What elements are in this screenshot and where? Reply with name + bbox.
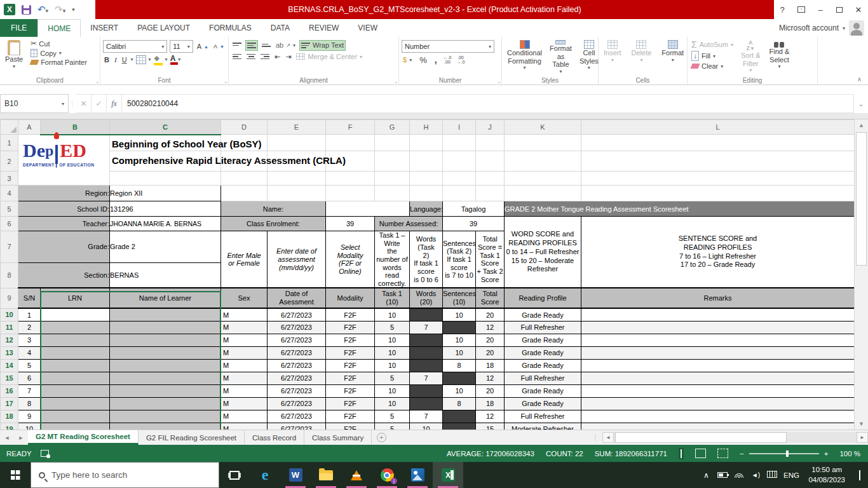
- header-task1[interactable]: Task 1 (10): [375, 288, 410, 308]
- delete-cells-button[interactable]: Delete▾: [629, 39, 654, 76]
- cell-sn[interactable]: 9: [18, 410, 41, 423]
- cell-sentences[interactable]: [443, 321, 476, 334]
- cell-date[interactable]: 6/27/2023: [268, 423, 326, 430]
- cell[interactable]: [476, 186, 505, 201]
- cell-sentences-instruction[interactable]: Sentences (Task 2) If task 1 score is 7 …: [443, 231, 476, 288]
- collapse-ribbon-icon[interactable]: ∧: [857, 76, 862, 83]
- cell[interactable]: [410, 186, 443, 201]
- cell-profile[interactable]: Grade Ready: [505, 359, 581, 372]
- sheet-tab[interactable]: G2 FIL Reading Scoresheet: [139, 430, 245, 445]
- cell-total[interactable]: 20: [476, 346, 505, 359]
- paste-button[interactable]: Paste ▾: [3, 39, 25, 71]
- cell-words[interactable]: [410, 346, 443, 359]
- column-header[interactable]: D: [221, 120, 268, 135]
- cell-learner-name[interactable]: [110, 346, 221, 359]
- ribbon-tab[interactable]: DATA: [261, 19, 299, 37]
- ribbon-tab[interactable]: HOME: [37, 19, 81, 37]
- cell-lrn[interactable]: [41, 334, 110, 346]
- sheet-nav-left-icon[interactable]: ◄: [0, 430, 14, 445]
- ribbon-tab[interactable]: VIEW: [348, 19, 387, 37]
- row-header[interactable]: 18: [1, 410, 18, 423]
- cell-profile[interactable]: Full Refresher: [505, 372, 581, 384]
- cell-lrn[interactable]: [41, 423, 110, 430]
- record-macro-icon[interactable]: [41, 450, 49, 457]
- insert-cells-button[interactable]: Insert▾: [601, 39, 624, 76]
- row-header[interactable]: 14: [1, 359, 18, 372]
- excel-taskbar-button[interactable]: X: [433, 462, 463, 488]
- cell-remarks[interactable]: [581, 397, 855, 410]
- cell-learner-name[interactable]: [110, 423, 221, 430]
- ribbon-tab[interactable]: PAGE LAYOUT: [128, 19, 200, 37]
- cell-sentence-score-note[interactable]: SENTENCE SCORE and READING PROFILES 7 to…: [581, 217, 855, 288]
- cell-sn[interactable]: 10: [18, 423, 41, 430]
- cell-lrn[interactable]: [41, 359, 110, 372]
- header-sex[interactable]: Sex: [221, 288, 268, 308]
- cell-sn[interactable]: 1: [18, 308, 41, 321]
- name-box[interactable]: B10▾: [0, 94, 69, 113]
- chrome-button[interactable]: j: [372, 462, 402, 488]
- cell-sn[interactable]: 6: [18, 372, 41, 384]
- column-header[interactable]: I: [443, 120, 476, 135]
- taskbar-search[interactable]: [31, 462, 219, 488]
- increase-decimal-icon[interactable]: ←.0.00: [444, 55, 452, 64]
- header-remarks[interactable]: Remarks: [581, 288, 855, 308]
- cell[interactable]: [443, 151, 476, 172]
- column-header[interactable]: A: [18, 120, 41, 135]
- italic-button[interactable]: I: [113, 55, 118, 64]
- expand-formula-bar-icon[interactable]: ⌄: [854, 94, 868, 113]
- battery-icon[interactable]: [714, 471, 731, 480]
- header-sentences[interactable]: Sentences (10): [443, 288, 476, 308]
- cell-words[interactable]: [410, 308, 443, 321]
- photos-button[interactable]: [402, 462, 433, 488]
- cell-profile[interactable]: Full Refresher: [505, 410, 581, 423]
- cell-name-value[interactable]: [326, 201, 410, 217]
- column-header[interactable]: C: [110, 120, 221, 135]
- cell-sex[interactable]: M: [221, 346, 268, 359]
- vlc-button[interactable]: [341, 462, 372, 488]
- font-size-select[interactable]: 11▾: [170, 40, 193, 53]
- search-input[interactable]: [51, 470, 198, 480]
- row-header[interactable]: 8: [1, 262, 18, 288]
- header-total[interactable]: Total Score: [476, 288, 505, 308]
- cell-words[interactable]: [410, 359, 443, 372]
- orientation-icon[interactable]: ab↗▾: [275, 41, 297, 50]
- wifi-icon[interactable]: [731, 470, 747, 480]
- cell[interactable]: [110, 172, 221, 186]
- decrease-decimal-icon[interactable]: .00→.0: [456, 55, 465, 64]
- cell-language-value[interactable]: Tagalog: [443, 201, 505, 217]
- cell[interactable]: [476, 151, 505, 172]
- cell-task1[interactable]: 5: [375, 423, 410, 430]
- cell-modality[interactable]: F2F: [326, 384, 375, 397]
- cell-words[interactable]: 7: [410, 410, 443, 423]
- cell-teacher-label[interactable]: Teacher:: [18, 217, 110, 231]
- cell-grade-label[interactable]: Grade:: [18, 231, 110, 263]
- cell-school-id-value[interactable]: 131296: [110, 201, 221, 217]
- header-lrn[interactable]: LRN: [41, 288, 110, 308]
- header-name[interactable]: Name of Learner: [110, 288, 221, 308]
- cell-learner-name[interactable]: [110, 384, 221, 397]
- cell-profile[interactable]: Grade Ready: [505, 397, 581, 410]
- header-profile[interactable]: Reading Profile: [505, 288, 581, 308]
- minimize-icon[interactable]: –: [811, 0, 830, 19]
- cell-modality[interactable]: F2F: [326, 346, 375, 359]
- insert-function-icon[interactable]: fx: [107, 94, 122, 113]
- edge-button[interactable]: e: [250, 462, 280, 488]
- header-words[interactable]: Words (20): [410, 288, 443, 308]
- cell-sentences[interactable]: 10: [443, 334, 476, 346]
- cell-task1[interactable]: 5: [375, 372, 410, 384]
- cell-sn[interactable]: 3: [18, 334, 41, 346]
- ribbon-tab[interactable]: FORMULAS: [200, 19, 261, 37]
- cell-sentences[interactable]: 10: [443, 346, 476, 359]
- cell[interactable]: [221, 186, 268, 201]
- cell-school-id-label[interactable]: School ID:: [18, 201, 110, 217]
- column-header[interactable]: H: [410, 120, 443, 135]
- cell-sn[interactable]: 8: [18, 397, 41, 410]
- cell-total[interactable]: 12: [476, 410, 505, 423]
- cell-remarks[interactable]: [581, 359, 855, 372]
- zoom-slider-thumb[interactable]: [786, 451, 789, 457]
- cell-sentences[interactable]: [443, 410, 476, 423]
- cell-words[interactable]: 10: [410, 423, 443, 430]
- format-as-table-button[interactable]: Format as Table▾: [547, 39, 574, 76]
- cell-remarks[interactable]: [581, 308, 855, 321]
- cell-profile[interactable]: Full Refresher: [505, 321, 581, 334]
